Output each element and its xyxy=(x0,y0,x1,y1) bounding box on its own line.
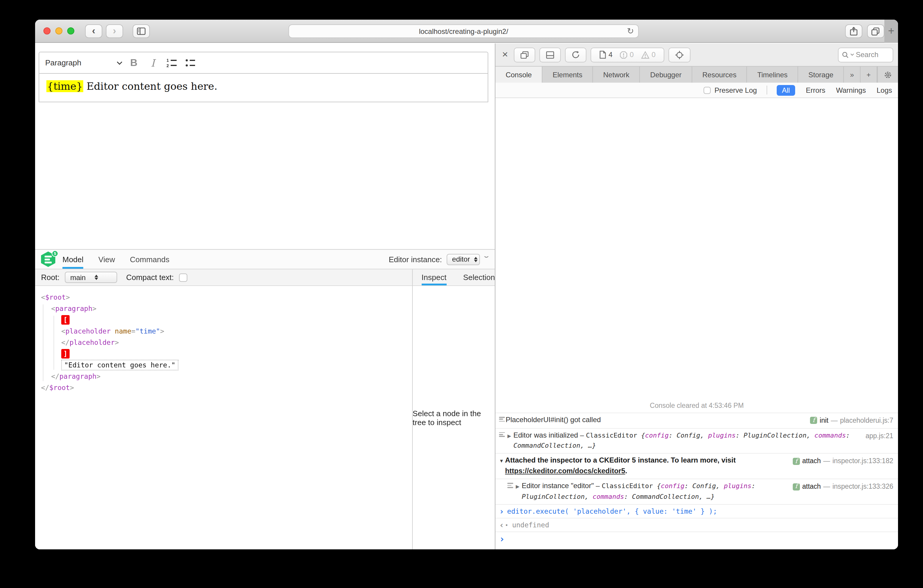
sidebar-button[interactable] xyxy=(133,24,150,38)
inspector-tab-debugger[interactable]: Debugger xyxy=(640,67,692,83)
page-count: 4 xyxy=(608,51,612,59)
console-prompt[interactable]: › xyxy=(495,532,898,546)
italic-button[interactable]: I xyxy=(145,55,161,71)
function-badge-icon: f xyxy=(793,458,800,465)
inspector-tab-storage[interactable]: Storage xyxy=(798,67,844,83)
console-filter-logs[interactable]: Logs xyxy=(877,86,892,94)
source-location[interactable]: app.js:21 xyxy=(866,431,893,440)
tree-node[interactable]: </$root> xyxy=(41,382,406,394)
disclosure-open-icon[interactable]: ▼ xyxy=(499,457,505,465)
inspector-tab-overflow[interactable]: » xyxy=(844,67,861,83)
warnings-icon xyxy=(641,51,649,59)
function-badge-icon: f xyxy=(793,483,800,490)
dock-bottom-button[interactable] xyxy=(539,47,561,62)
back-button[interactable]: ‹ xyxy=(85,24,102,38)
collapse-inspector-icon[interactable]: ˇ xyxy=(484,254,488,264)
share-button[interactable] xyxy=(845,25,862,38)
message-location[interactable]: app.js:21 xyxy=(863,430,893,440)
editor-instance-value: editor xyxy=(452,255,470,263)
tab-overview-button[interactable] xyxy=(867,25,884,38)
source-location[interactable]: inspector.js:133:182 xyxy=(832,456,893,466)
tree-toolbar: Root: main Compact text: xyxy=(35,269,412,286)
console-message[interactable]: PlaceholderUI#init() got calledfinit—pla… xyxy=(495,412,898,428)
preserve-log-checkbox[interactable] xyxy=(704,87,711,94)
disclosure-closed-icon[interactable]: ▶ xyxy=(516,482,522,490)
source-location[interactable]: placeholderui.js:7 xyxy=(840,416,893,425)
ck-tab-model[interactable]: Model xyxy=(62,250,84,269)
message-location[interactable]: fattach—inspector.js:133:182 xyxy=(793,456,893,466)
editor-content[interactable]: {time} Editor content goes here. xyxy=(39,73,488,102)
close-window-button[interactable] xyxy=(43,27,51,34)
minimize-window-button[interactable] xyxy=(55,27,62,34)
inspector-tab-resources[interactable]: Resources xyxy=(692,67,747,83)
console-result[interactable]: ‹· undefined xyxy=(495,518,898,532)
numbered-list-button[interactable]: 12 xyxy=(164,55,180,71)
message-segment: – xyxy=(578,431,586,439)
web-inspector: × 4 xyxy=(495,43,898,549)
editor-instance-label: Editor instance: xyxy=(389,255,442,264)
location-separator: — xyxy=(823,456,830,466)
console-input-echo[interactable]: › editor.execute( 'placeholder', { value… xyxy=(495,504,898,518)
reload-icon[interactable]: ↻ xyxy=(627,26,634,36)
ck-side-tab-inspect[interactable]: Inspect xyxy=(422,269,447,286)
tree-node[interactable]: </placeholder> xyxy=(41,337,406,348)
paragraph-dropdown[interactable]: Paragraph xyxy=(45,58,123,67)
tree-token: $root xyxy=(45,293,66,301)
message-segment: ClassicEditor xyxy=(586,431,641,439)
inspector-tab-elements[interactable]: Elements xyxy=(542,67,593,83)
console-filter-warnings[interactable]: Warnings xyxy=(836,86,866,94)
tree-node[interactable]: </paragraph> xyxy=(41,371,406,382)
svg-text:2: 2 xyxy=(166,63,169,67)
share-icon xyxy=(850,27,857,36)
message-location[interactable]: finit—placeholderui.js:7 xyxy=(810,415,893,425)
tree-node[interactable]: ] xyxy=(41,348,406,360)
ck-tab-commands[interactable]: Commands xyxy=(130,250,169,269)
console-filter-errors[interactable]: Errors xyxy=(806,86,825,94)
tree-node[interactable]: <paragraph> xyxy=(41,303,406,315)
back-icon: ‹ xyxy=(92,25,95,35)
model-tree[interactable]: <$root><paragraph>[<placeholder name="ti… xyxy=(35,286,412,549)
message-segment: commands xyxy=(593,493,624,500)
ckeditor-version-badge: 5 xyxy=(52,250,58,257)
message-location[interactable]: fattach—inspector.js:133:326 xyxy=(793,481,893,491)
reload-page-button[interactable] xyxy=(565,47,586,62)
disclosure-closed-icon[interactable]: ▶ xyxy=(507,431,513,439)
tree-node[interactable]: [ xyxy=(41,315,406,326)
placeholder-widget[interactable]: {time} xyxy=(46,80,83,92)
element-picker-button[interactable] xyxy=(669,47,691,62)
svg-text:1: 1 xyxy=(166,58,169,63)
paragraph-dropdown-label: Paragraph xyxy=(45,58,117,67)
inspector-settings-button[interactable] xyxy=(877,67,898,83)
new-tab-button[interactable]: + xyxy=(884,20,898,43)
function-name: attach xyxy=(802,456,821,466)
detach-inspector-button[interactable] xyxy=(514,47,535,62)
ck-side-tab-selection[interactable]: Selection xyxy=(463,269,495,286)
console-message[interactable]: ▶Editor was initialized – ClassicEditor … xyxy=(495,428,898,453)
tree-token: paragraph xyxy=(59,372,97,381)
zoom-window-button[interactable] xyxy=(67,27,74,34)
forward-button[interactable]: › xyxy=(106,24,123,38)
root-select[interactable]: main xyxy=(65,272,117,283)
inspector-tab-timelines[interactable]: Timelines xyxy=(747,67,798,83)
source-location[interactable]: inspector.js:133:326 xyxy=(832,481,893,491)
inspector-tab-network[interactable]: Network xyxy=(593,67,640,83)
address-bar[interactable]: localhost/creating-a-plugin2/ ↻ xyxy=(288,25,639,38)
tree-node[interactable]: "Editor content goes here." xyxy=(41,360,406,371)
inspector-tab-console[interactable]: Console xyxy=(495,67,542,83)
tree-node[interactable]: <$root> xyxy=(41,292,406,303)
docs-link[interactable]: https://ckeditor.com/docs/ckeditor5 xyxy=(505,467,625,475)
ck-tab-view[interactable]: View xyxy=(99,250,115,269)
bold-button[interactable]: B xyxy=(126,55,141,71)
compact-text-checkbox[interactable] xyxy=(179,273,188,281)
tree-node[interactable]: <placeholder name="time"> xyxy=(41,326,406,337)
console-message[interactable]: ▼Attached the inspector to a CKEditor 5 … xyxy=(495,453,898,479)
tree-token: > xyxy=(115,338,119,347)
console-filter-all[interactable]: All xyxy=(777,85,795,95)
close-inspector-button[interactable]: × xyxy=(500,49,510,61)
inspector-search-field[interactable]: Search xyxy=(838,47,893,62)
editor-instance-select[interactable]: editor xyxy=(447,254,480,265)
console-message[interactable]: ▶Editor instance "editor" – ClassicEdito… xyxy=(495,479,898,504)
inspector-tab-add[interactable]: + xyxy=(861,67,877,83)
bulleted-list-button[interactable] xyxy=(183,55,199,71)
issues-summary[interactable]: 4 0 0 xyxy=(591,47,664,62)
